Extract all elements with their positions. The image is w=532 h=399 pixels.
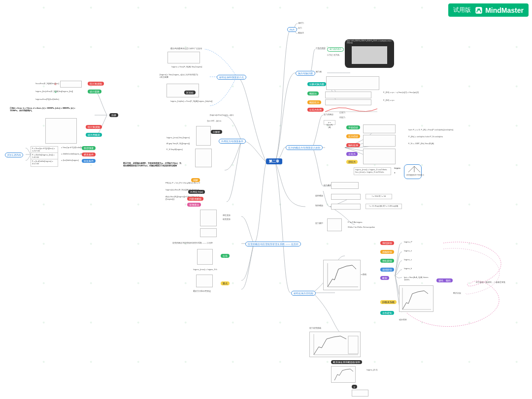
- diagram-box: [197, 249, 213, 265]
- note: 最简单的最基本也是工程中广泛应用: [170, 48, 202, 50]
- pill[interactable]: 卸载再加载: [380, 300, 397, 304]
- pill[interactable]: 应计算技能: [86, 125, 102, 129]
- dark-pill[interactable]: 许用应力[σ]: [188, 190, 205, 194]
- diag-label[interactable]: 应力集中: [315, 222, 323, 225]
- pill[interactable]: 断裂: [380, 276, 389, 280]
- node-r1-item[interactable]: 截面法: [298, 32, 304, 34]
- eq: \psi = \frac{A-A_1}{A} \times 100\%: [404, 276, 433, 281]
- eq: \sigma_{0.2}: [366, 369, 377, 371]
- formula-box: p = \frac{F}{A}: [324, 120, 335, 125]
- pill[interactable]: 分布: [221, 254, 230, 258]
- node-r1-title[interactable]: 内力: [287, 27, 297, 32]
- link-pill[interactable]: 连接: [109, 113, 118, 117]
- eq: \sigma_s: [404, 259, 412, 261]
- tag-pill[interactable]: 剪切强度: [82, 146, 96, 150]
- pill[interactable]: 轴向拉伸: [346, 143, 360, 147]
- node-l4-sub[interactable]: 弹性变形: [223, 215, 231, 217]
- diagram-box: [327, 218, 342, 231]
- pill[interactable]: 屈服阶段: [380, 250, 394, 254]
- diagram-box: [363, 124, 396, 133]
- pill[interactable]: 强化阶段: [380, 259, 394, 263]
- dark-pill[interactable]: 方解析: [211, 130, 222, 134]
- diagram-box: [200, 228, 217, 237]
- node-r5-title[interactable]: 材料拉伸力学性能: [291, 291, 316, 296]
- pill[interactable]: 设许用载荷: [86, 133, 102, 137]
- node-r1-item[interactable]: 相对力: [298, 22, 304, 25]
- note: 最好方法和示意表达: [193, 290, 211, 293]
- diagram-box: [331, 204, 361, 210]
- node-r3-sub[interactable]: 应力的概念: [324, 114, 333, 116]
- eq-rhs: = d\delta\cdot[\sigma_{bs}]: [61, 153, 84, 155]
- pill-r2-c[interactable]: 截面应力: [307, 100, 321, 104]
- node-r3-subitem[interactable]: 正应力: [339, 112, 345, 114]
- chart-box: [309, 332, 361, 357]
- dark-pill[interactable]: 区别处: [184, 91, 196, 94]
- node-r2-sub1-child[interactable]: 轴力图的画法: [327, 47, 344, 52]
- eq: F_N \leq A[\sigma]: [166, 149, 183, 151]
- pill-end[interactable]: 问题求解核: [187, 197, 203, 201]
- node-l4-title[interactable]: 应变的概念与应变能形状变长系数 —— 拉压杆: [245, 242, 301, 246]
- eq-box: \sigma_{max} = \sigma_0 cos2\theta\tau_{…: [354, 167, 391, 175]
- diagram-box: [363, 135, 396, 147]
- pill[interactable]: 正应力: [346, 152, 358, 156]
- node-r2-sub1[interactable]: 正负号规定: [316, 47, 326, 50]
- eq: F_{N2} = q a: [383, 99, 395, 102]
- diagram-box: [325, 92, 371, 98]
- eq: F_N = -100P_{Ns} \frac{F}{A}: [408, 143, 434, 145]
- pill[interactable]: 残余变形: [399, 319, 407, 321]
- pill[interactable]: 颈缩阶段: [380, 268, 394, 272]
- pink-pill[interactable]: 等强度法: [187, 203, 201, 207]
- eq: \sigma_b: [404, 268, 412, 270]
- diag-label[interactable]: 矩形截面: [315, 205, 323, 207]
- node-r3-subitem[interactable]: 切应力: [339, 117, 345, 119]
- node-r2-sub2[interactable]: 轴力图: [316, 71, 322, 73]
- bubble[interactable]: 塑性、脆性: [436, 278, 453, 282]
- pill[interactable]: 冷作硬化: [380, 311, 394, 315]
- far-right-note2: 断后比较: [453, 292, 461, 295]
- eq: \sigma_{max} \leq [\sigma]: [166, 137, 190, 139]
- diagram-box: [196, 126, 211, 146]
- diag-label[interactable]: 圆形截面: [315, 195, 323, 197]
- dot-icon: ②: [54, 91, 57, 94]
- eq: \sigma = \frac{F_N}{A} \leq [\sigma]: [171, 66, 202, 68]
- pill[interactable]: 平面假设: [346, 125, 360, 129]
- dark-pill[interactable]: 断后伸长率和断面收缩率: [331, 360, 362, 364]
- diagram-box: [60, 81, 82, 88]
- node-l2-title[interactable]: 许用应力与强度条件: [219, 139, 246, 144]
- pill[interactable]: 重点: [221, 281, 230, 285]
- pill[interactable]: 应计算技能: [88, 82, 104, 86]
- node-r5-lower[interactable]: 应力应变曲线: [309, 327, 321, 330]
- node-l4-sub[interactable]: 胡克变形: [223, 218, 231, 221]
- node-l1-title[interactable]: 材料拉伸和强度设计点: [217, 75, 246, 80]
- pill[interactable]: 切应力: [346, 160, 358, 164]
- eq: A \geq \frac{F_N}{[\sigma]}: [166, 143, 190, 145]
- pill[interactable]: 弹性阶段: [380, 241, 394, 245]
- diagram-box: [45, 118, 77, 144]
- node-r2-title[interactable]: 轴力与轴力图: [296, 71, 315, 76]
- diagram-box: [331, 194, 361, 200]
- eq: [\sigma]=\frac{\sigma_u}{n}: [210, 114, 233, 117]
- mindmap-canvas[interactable]: 第二章 内力 相对力 合力 截面法 轴力与轴力图 正负号规定 轴力图的画法 拉为…: [0, 0, 532, 399]
- node-r1-item[interactable]: 合力: [298, 27, 302, 30]
- note-box: 对切图形作下列很小: [404, 164, 422, 179]
- note: 当n>1时，[σ]<σᵤ: [207, 120, 222, 123]
- dark-pill[interactable]: y: [352, 385, 357, 389]
- node-r3b-sub[interactable]: 应力集中: [324, 184, 332, 187]
- eq: FN(x)= F + \int_0^x \rho g A(\xi) d\xi =…: [166, 182, 200, 184]
- diagram-box: [363, 149, 396, 164]
- node-r3-title[interactable]: 应力的概念力与强度设计原则: [286, 145, 323, 150]
- tau: T: [394, 172, 395, 175]
- pill[interactable]: 应力假设: [346, 134, 360, 138]
- diagram-box: [195, 149, 212, 167]
- pill-r2-d[interactable]: 分布力作用: [307, 108, 324, 112]
- pill-r2-a[interactable]: 分解式轴力图: [307, 82, 326, 86]
- eq: [\sigma] = \frac{\sigma_u}{n} (允许使用应力) n…: [160, 74, 199, 79]
- center-node[interactable]: 第二章: [266, 158, 282, 164]
- pill-r2-b[interactable]: 截面法: [307, 92, 319, 95]
- pill[interactable]: 设计思路: [88, 90, 101, 93]
- svg-rect-6: [348, 336, 358, 354]
- tag-pill[interactable]: 抗拉条件: [82, 159, 96, 163]
- chart-box: [399, 285, 433, 312]
- brand-name: MindMaster: [485, 6, 524, 14]
- tag-pill[interactable]: 挤压条件: [82, 153, 96, 156]
